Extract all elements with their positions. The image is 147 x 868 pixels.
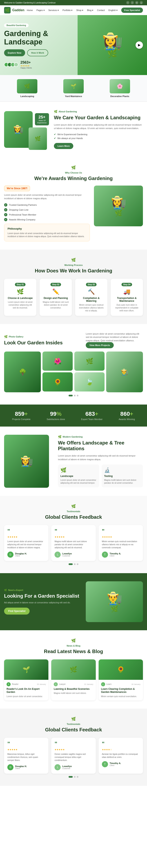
why-check-3: ✔ Professional Team Member: [4, 213, 90, 216]
hero-stars: ★★★★★: [21, 65, 32, 67]
author-role-1: Client: [15, 555, 27, 557]
nav-cta-button[interactable]: Free Specialist: [121, 7, 143, 13]
gallery-dot-2[interactable]: [74, 395, 76, 396]
step-2-icon: ✏️: [42, 288, 69, 295]
feature-testing-title: Testing: [104, 475, 141, 477]
blog-image-1: 🌱: [4, 659, 49, 680]
experience-badge: 25+ Years OfExperience: [35, 113, 49, 126]
blog-card-3[interactable]: 🌻 L Learn 18 January Learn Clearing Comp…: [98, 659, 143, 701]
about-image-column: 👩‍🌾 🌿 25+ Years OfExperience: [4, 111, 49, 148]
service-yard-label: Yard Maintaince: [65, 95, 82, 97]
author-role-3: Client: [110, 555, 121, 557]
youtube-icon[interactable]: y: [140, 1, 143, 4]
nav-services[interactable]: Services ▾: [49, 9, 59, 11]
testimonials-title: Global Clients Feedback: [4, 514, 143, 520]
why-choose-section: 🌿 Why Choose Us We're Awards Winning Gar…: [0, 157, 147, 250]
nav-pages[interactable]: Pages ▾: [36, 9, 45, 11]
blog-leaf-divider: 🌿: [4, 639, 143, 643]
logo[interactable]: 🌿 Gadden: [4, 7, 25, 13]
why-person-icon: 👩‍🌾: [111, 195, 126, 210]
step-3-title: Compilation & Watering: [78, 297, 105, 302]
topbar-right: f t in y: [126, 1, 143, 4]
feature-testing-text: Magna mollit labore sint sunt dolore par…: [104, 479, 141, 485]
philosophy-title: Philosophy: [7, 227, 86, 230]
stat-satisfaction: 99% Satisfactions done: [47, 411, 65, 421]
how-it-works-button[interactable]: How it Work: [27, 49, 48, 56]
service-yard[interactable]: 🌱 Yard Maintaince: [63, 79, 84, 97]
hero-title: Gardening & Landscape: [4, 29, 69, 46]
avatar-4: [14, 62, 18, 67]
cta-section: 🌿 Need a Expert Looking For a Garden Spe…: [0, 573, 147, 630]
blog-image-2: 🌿: [51, 659, 95, 680]
facebook-icon[interactable]: f: [126, 1, 129, 4]
blog-tag: News & Blog: [4, 645, 143, 647]
footer-stars-1: ★★★★★: [7, 748, 45, 751]
stat-projects-num: 859+: [12, 411, 31, 417]
nav-home[interactable]: Home: [27, 9, 33, 11]
service-landscaping[interactable]: 🌿 Landscaping: [17, 79, 37, 97]
process-tag: Working Process: [4, 264, 143, 266]
testimonials-dot-2[interactable]: [74, 563, 76, 565]
testimonial-3-author: T Timothy A. Client: [102, 552, 140, 558]
check-icon-1: ✔: [54, 133, 56, 136]
blog-meta-1: R Reader 25 January: [6, 682, 46, 686]
nav-blog[interactable]: Blog ▾: [87, 9, 93, 11]
step-2-text: Magna mollit labore sint sunt dolore par…: [42, 301, 69, 309]
footer-author-avatar-1: D: [7, 764, 13, 770]
footer-testimonials-grid: " ★★★★★ Maecenas tempus, tellus eget con…: [4, 738, 143, 774]
blog-card-2[interactable]: 🌿 L Lawyer 22 January Lawning & Beautifu…: [51, 659, 95, 701]
hero-image-area: 👩‍🌾 🌿 ▶: [78, 15, 147, 75]
footer-dot-1[interactable]: [68, 776, 73, 778]
process-tag-text: Working Process: [64, 264, 83, 266]
learn-more-button[interactable]: Learn More: [54, 143, 73, 149]
testimonials-dot-1[interactable]: [68, 563, 73, 565]
nav-portfolio[interactable]: Portfolio ▾: [62, 9, 72, 11]
testimonials-dot-3[interactable]: [77, 563, 79, 565]
footer-testimonial-2-author: L Lewellyn Customer: [55, 764, 92, 770]
footer-quote-icon-1: ": [7, 741, 45, 747]
footer-testimonial-2: " ★★★★★ Donec sodales sagittis magna sed…: [51, 738, 95, 774]
twitter-icon[interactable]: t: [131, 1, 134, 4]
blog-date-2: 22 January: [84, 683, 93, 685]
nav-language[interactable]: English ▾: [109, 9, 118, 11]
testimonials-leaf-divider: 🌿: [4, 504, 143, 508]
footer-dot-2[interactable]: [74, 776, 76, 778]
step-1-text: Lorem ipsum dolor sit amet consectetur a…: [7, 301, 33, 309]
why-leaf-icon: 🌿: [71, 165, 76, 169]
why-image: 👩‍🌾 🌿: [94, 186, 143, 226]
cta-button[interactable]: Find Specialist: [4, 608, 30, 615]
blog-leaf-icon: 🌿: [71, 639, 76, 643]
landscape-feature-icon: 🌿: [60, 467, 97, 473]
hero-avatars: [4, 62, 18, 67]
author-avatar-1: D: [7, 552, 13, 558]
gallery-dot-3[interactable]: [77, 395, 79, 396]
why-image-column: 👩‍🌾 🌿: [94, 186, 143, 226]
nav-contact[interactable]: Contact: [97, 9, 105, 11]
play-button[interactable]: ▶: [136, 41, 143, 49]
blog-card-1[interactable]: 🌱 R Reader 25 January Reader's Look On A…: [4, 659, 49, 701]
blog-grid: 🌱 R Reader 25 January Reader's Look On A…: [4, 659, 143, 701]
testimonials-tag-text: Testimonials: [67, 510, 80, 513]
testimonial-2-author: L Lewellyn Customer: [55, 552, 92, 558]
why-check-1: ✔ Trusted Gardening Partners: [4, 203, 90, 207]
stars-2: ★★★★★: [55, 536, 92, 538]
about-check-2: ✔ We always at your Hands: [54, 137, 143, 140]
view-more-button[interactable]: View More Projects: [86, 342, 114, 348]
testimonials-tag: Testimonials: [4, 510, 143, 513]
gallery-title: Look Our Garden Insides: [4, 340, 63, 346]
footer-dot-3[interactable]: [77, 776, 79, 778]
explore-button[interactable]: Explore Now: [4, 49, 25, 56]
footer-quote-icon-3: ": [102, 741, 140, 747]
blog-title-1: Reader's Look On An Expert Garden: [6, 687, 46, 694]
blog-avatar-1: R: [6, 682, 10, 686]
gallery-dot-1[interactable]: [68, 395, 73, 396]
hero-badge: Beautiful Gardening: [4, 24, 29, 27]
service-landscaping-label: Landscaping: [20, 95, 34, 97]
testimonials-section: 🌿 Testimonials Global Clients Feedback "…: [0, 496, 147, 573]
nav-shop[interactable]: Shop ▾: [76, 9, 83, 11]
instagram-icon[interactable]: in: [135, 1, 139, 4]
step-4: Step 04 🚚 Transportation & Maintenance D…: [111, 279, 143, 316]
service-decorative[interactable]: 🌸 Decorative Plants: [110, 79, 130, 97]
footer-testimonial-1-author: D Douglas H. Client: [7, 764, 45, 770]
stat-satisfaction-value: 99: [50, 411, 56, 417]
